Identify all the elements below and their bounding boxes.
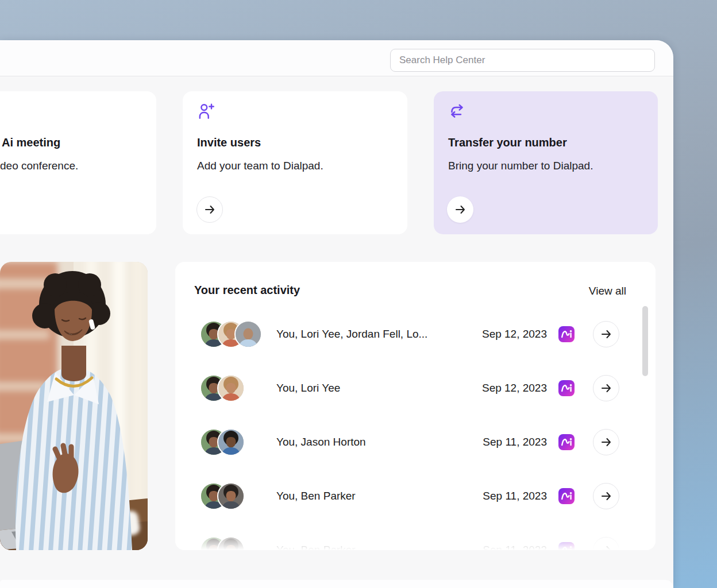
avatar-group	[201, 537, 244, 550]
activity-date: Sep 11, 2023	[483, 544, 547, 550]
ai-badge-icon	[558, 326, 575, 342]
open-activity-button[interactable]	[593, 321, 619, 347]
avatar-group	[201, 483, 244, 509]
card-ai-meeting: Ai meeting deo conference.	[0, 91, 156, 234]
view-all-link[interactable]: View all	[589, 285, 626, 297]
recent-activity-title: Your recent activity	[194, 284, 300, 297]
card-description: Bring your number to Dialpad.	[448, 160, 593, 172]
activity-scrollbar-thumb[interactable]	[642, 306, 648, 376]
open-activity-button[interactable]	[593, 537, 619, 550]
avatar-blonde-woman	[218, 376, 244, 401]
search-input[interactable]	[390, 49, 655, 72]
arrow-right-icon	[599, 489, 613, 503]
ai-badge-icon	[558, 488, 575, 504]
activity-rows: You, Lori Yee, Jordan Fell, Lo... Sep 12…	[175, 307, 656, 550]
participants-label: You, Jason Horton	[276, 436, 366, 448]
arrow-right-icon	[599, 327, 613, 341]
card-transfer-number: Transfer your number Bring your number t…	[434, 91, 658, 234]
open-activity-button[interactable]	[593, 483, 619, 509]
avatar-bald-man-glasses	[236, 322, 261, 347]
ai-badge-icon	[558, 542, 575, 550]
activity-date: Sep 12, 2023	[482, 328, 547, 341]
card-description: deo conference.	[0, 160, 78, 172]
activity-date: Sep 11, 2023	[483, 490, 547, 502]
participants-label: You, Lori Yee, Jordan Fell, Lo...	[276, 328, 427, 341]
arrow-right-icon	[453, 203, 467, 216]
card-description: Add your team to Dialpad.	[197, 160, 323, 172]
open-activity-button[interactable]	[593, 375, 619, 401]
card-title: Transfer your number	[448, 136, 567, 149]
avatar-group	[201, 322, 261, 347]
card-title: Invite users	[197, 136, 261, 149]
activity-row: You, Ben Parker Sep 11, 2023	[175, 523, 656, 550]
avatar-dark-haired-man	[218, 430, 244, 455]
avatar-group	[201, 430, 244, 455]
avatar-group	[201, 376, 244, 401]
invite-users-arrow-button[interactable]	[196, 196, 223, 223]
recent-activity-card: Your recent activity View all You, Lori …	[175, 262, 656, 550]
help-center-window: Ai meeting deo conference. Invite users …	[0, 40, 673, 588]
transfer-number-arrow-button[interactable]	[447, 196, 473, 223]
transfer-arrows-icon	[448, 102, 467, 121]
open-activity-button[interactable]	[593, 429, 619, 455]
activity-row: You, Lori Yee Sep 12, 2023	[175, 361, 656, 415]
activity-row: You, Ben Parker Sep 11, 2023	[175, 469, 656, 523]
next-section-edge	[0, 580, 673, 588]
hero-photo	[0, 262, 148, 550]
activity-row: You, Jason Horton Sep 11, 2023	[175, 415, 656, 469]
activity-row: You, Lori Yee, Jordan Fell, Lo... Sep 12…	[175, 307, 656, 361]
card-title: Ai meeting	[2, 136, 60, 149]
arrow-right-icon	[599, 381, 613, 395]
activity-date: Sep 11, 2023	[483, 436, 547, 448]
participants-label: You, Ben Parker	[276, 490, 356, 502]
ai-badge-icon	[558, 434, 575, 450]
activity-date: Sep 12, 2023	[482, 382, 547, 394]
avatar-bearded-man	[218, 483, 244, 509]
avatar-bearded-man	[218, 537, 244, 550]
top-header-bar	[0, 40, 673, 76]
card-invite-users: Invite users Add your team to Dialpad.	[183, 91, 407, 234]
participants-label: You, Ben Parker	[276, 544, 356, 550]
arrow-right-icon	[203, 203, 217, 216]
ai-badge-icon	[558, 380, 575, 396]
person-add-icon	[196, 102, 216, 121]
arrow-right-icon	[599, 543, 613, 550]
participants-label: You, Lori Yee	[276, 382, 340, 394]
arrow-right-icon	[599, 435, 613, 449]
